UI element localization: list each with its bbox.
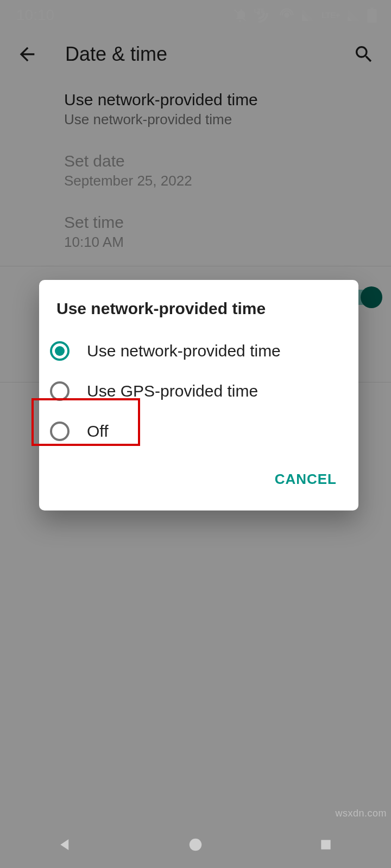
dialog-title: Use network-provided time bbox=[39, 280, 358, 328]
option-off[interactable]: Off bbox=[39, 411, 358, 451]
radio-unselected-icon bbox=[48, 379, 72, 403]
radio-selected-icon bbox=[48, 339, 72, 363]
option-gps-time[interactable]: Use GPS-provided time bbox=[39, 371, 358, 411]
navigation-bar bbox=[0, 821, 391, 868]
dialog-actions: CANCEL bbox=[39, 455, 358, 506]
nav-back-button[interactable] bbox=[33, 837, 98, 853]
radio-unselected-icon bbox=[48, 419, 72, 443]
nav-recent-button[interactable] bbox=[293, 838, 358, 852]
svg-point-5 bbox=[190, 839, 202, 851]
option-network-time[interactable]: Use network-provided time bbox=[39, 331, 358, 371]
time-source-dialog: Use network-provided time Use network-pr… bbox=[39, 280, 358, 510]
circle-home-icon bbox=[187, 837, 204, 853]
watermark: wsxdn.com bbox=[335, 808, 387, 819]
cancel-button[interactable]: CANCEL bbox=[270, 465, 341, 493]
triangle-back-icon bbox=[57, 837, 73, 853]
dialog-options: Use network-provided time Use GPS-provid… bbox=[39, 328, 358, 455]
nav-home-button[interactable] bbox=[163, 837, 228, 853]
svg-rect-6 bbox=[321, 840, 330, 849]
option-label: Use GPS-provided time bbox=[87, 382, 258, 400]
option-label: Use network-provided time bbox=[87, 342, 281, 360]
square-recent-icon bbox=[319, 838, 333, 852]
option-label: Off bbox=[87, 422, 108, 441]
